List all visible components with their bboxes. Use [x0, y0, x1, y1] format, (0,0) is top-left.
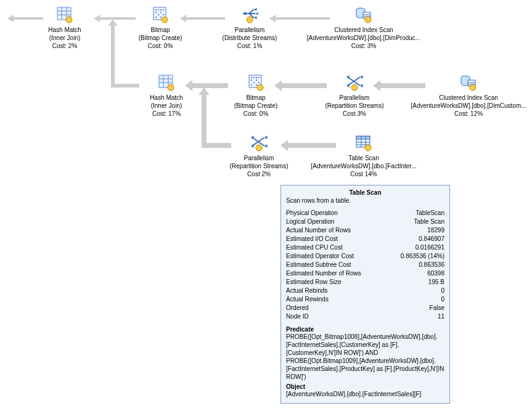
node-title: Parallelism: [203, 26, 296, 34]
svg-point-72: [256, 145, 262, 151]
tt-key: Estimated Row Size: [286, 278, 341, 287]
svg-rect-74: [356, 136, 370, 139]
tt-key: Estimated Operator Cost: [286, 252, 354, 261]
svg-rect-43: [251, 79, 252, 81]
node-cost: Cost 2%: [213, 170, 305, 178]
svg-rect-9: [160, 9, 162, 10]
node-parallelism-1[interactable]: Parallelism (Distribute Streams) Cost: 1…: [203, 6, 296, 50]
node-cost: Cost: 12%: [407, 110, 530, 118]
tt-val: 195 B: [428, 278, 444, 287]
svg-rect-16: [160, 17, 162, 18]
svg-point-31: [365, 17, 371, 23]
svg-line-66: [258, 137, 264, 142]
node-cost: Cost 3%: [308, 110, 401, 118]
node-subtitle: (Inner Join): [18, 34, 111, 42]
svg-rect-15: [155, 17, 157, 18]
svg-marker-24: [255, 12, 258, 15]
svg-point-49: [257, 84, 263, 91]
node-title: Parallelism: [213, 154, 305, 162]
node-cost: Cost: 2%: [18, 42, 111, 50]
svg-rect-13: [158, 14, 159, 15]
node-hash-match-2[interactable]: Hash Match (Inner Join) Cost: 17%: [120, 74, 213, 118]
tt-val: 0.846907: [419, 235, 444, 243]
node-cis-2[interactable]: Clustered Index Scan [AdventureWorksDW].…: [407, 74, 530, 118]
svg-rect-14: [163, 14, 164, 15]
node-title: Bitmap: [114, 26, 207, 34]
svg-marker-18: [242, 12, 246, 15]
node-cis-1[interactable]: Clustered Index Scan [AdventureWorksDW].…: [302, 6, 425, 50]
bitmap-icon: [151, 6, 170, 25]
node-subtitle: (Bitmap Create): [210, 102, 302, 110]
node-subtitle: (Repartition Streams): [308, 102, 401, 110]
svg-rect-40: [253, 77, 255, 78]
node-subtitle: (Distribute Streams): [203, 34, 296, 42]
svg-rect-45: [253, 82, 255, 83]
svg-rect-7: [155, 9, 157, 10]
svg-rect-48: [256, 84, 257, 86]
node-subtitle: [AdventureWorksDW].[dbo].[DimCustom...: [407, 102, 530, 110]
tt-val: 11: [438, 312, 444, 321]
tooltip-table-scan: Table Scan Scan rows from a table. Physi…: [280, 185, 450, 404]
tooltip-predicate-text: PROBE([Opt_Bitmap1008],[AdventureWorksDW…: [286, 333, 444, 381]
node-bitmap-2[interactable]: Bitmap (Bitmap Create) Cost: 0%: [210, 74, 302, 118]
tt-key: Ordered: [286, 304, 309, 312]
tt-key: Actual Number of Rows: [286, 226, 351, 235]
node-parallelism-2[interactable]: Parallelism (Repartition Streams) Cost 3…: [308, 74, 401, 118]
tt-val: TableScan: [415, 209, 444, 218]
node-cost: Cost 14%: [302, 170, 425, 178]
svg-point-37: [168, 84, 174, 91]
arrow-head-icon: [7, 15, 14, 22]
svg-point-79: [365, 145, 371, 151]
node-table-scan[interactable]: Table Scan [AdventureWorksDW].[dbo.[Fact…: [302, 134, 425, 178]
tt-key: Actual Rewinds: [286, 295, 329, 304]
svg-rect-8: [158, 9, 159, 10]
tt-key: Actual Rebinds: [286, 287, 327, 295]
node-cost: Cost: 3%: [302, 42, 425, 50]
svg-line-20: [249, 9, 254, 14]
node-parallelism-3[interactable]: Parallelism (Repartition Streams) Cost 2…: [213, 134, 305, 178]
parallelism-icon: [250, 134, 268, 153]
node-hash-match-1[interactable]: Hash Match (Inner Join) Cost: 2%: [18, 6, 111, 50]
node-title: Clustered Index Scan: [302, 26, 425, 34]
svg-point-26: [247, 17, 253, 23]
tooltip-object-section: Object [AdventureWorksDW].[dbo].[FactInt…: [286, 383, 444, 398]
node-title: Hash Match: [18, 26, 111, 34]
node-subtitle: (Inner Join): [120, 102, 213, 110]
tt-val: 0: [441, 287, 444, 295]
svg-rect-10: [163, 9, 164, 10]
tt-val: 0: [441, 295, 444, 304]
svg-marker-70: [264, 136, 268, 139]
svg-marker-56: [360, 75, 363, 79]
tt-key: Node ID: [286, 312, 309, 321]
parallelism-icon: [345, 74, 364, 92]
node-bitmap-1[interactable]: Bitmap (Bitmap Create) Cost: 0%: [114, 6, 207, 50]
tt-val: Table Scan: [414, 218, 444, 226]
tooltip-predicate-section: Predicate PROBE([Opt_Bitmap1008],[Advent…: [286, 326, 444, 381]
tt-val: 60398: [427, 269, 444, 278]
node-title: Parallelism: [308, 94, 401, 102]
table-scan-icon: [354, 134, 373, 153]
node-subtitle: [AdventureWorksDW].[dbo].[DimProduc...: [302, 34, 425, 42]
node-subtitle: (Bitmap Create): [114, 34, 207, 42]
tt-key: Physical Operation: [286, 209, 338, 218]
tooltip-object-text: [AdventureWorksDW].[dbo].[FactInternetSa…: [286, 390, 444, 398]
svg-marker-25: [254, 16, 257, 19]
node-title: Table Scan: [302, 154, 425, 162]
node-cost: Cost: 0%: [210, 110, 302, 118]
hash-match-icon: [55, 6, 74, 25]
svg-rect-12: [160, 12, 162, 13]
tooltip-description: Scan rows from a table.: [286, 197, 444, 204]
svg-rect-47: [251, 84, 252, 86]
clustered-index-scan-icon: [459, 74, 478, 92]
tooltip-title: Table Scan: [286, 189, 444, 196]
node-cost: Cost: 17%: [120, 110, 213, 118]
svg-rect-44: [256, 79, 257, 81]
tt-key: Estimated I/O Cost: [286, 235, 338, 243]
svg-point-17: [162, 17, 168, 23]
svg-rect-46: [258, 82, 260, 83]
node-cost: Cost: 1%: [203, 42, 296, 50]
node-cost: Cost: 0%: [114, 42, 207, 50]
tt-key: Estimated CPU Cost: [286, 243, 343, 252]
node-title: Bitmap: [210, 94, 302, 102]
tt-key: Estimated Subtree Cost: [286, 261, 351, 269]
